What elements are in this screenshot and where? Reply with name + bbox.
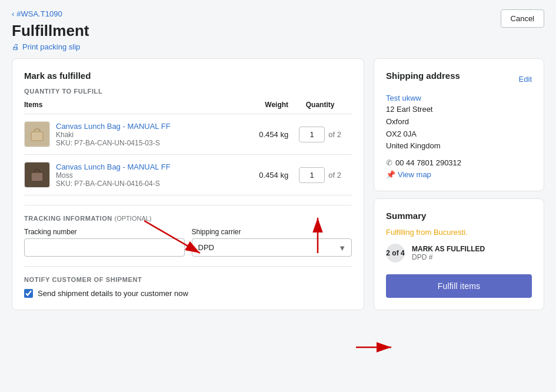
- address-postcode: OX2 0JA: [386, 128, 532, 141]
- summary-sub-label: DPD #: [412, 253, 485, 261]
- tracking-section: TRACKING INFORMATION (OPTIONAL) Tracking…: [24, 215, 352, 257]
- qty-input-1[interactable]: [299, 167, 325, 183]
- item-image-0: [24, 121, 50, 147]
- item-name-0[interactable]: Canvas Lunch Bag - MANUAL FF: [56, 122, 171, 131]
- item-variant-1: Moss: [56, 171, 171, 180]
- count-badge: 2 of 4: [386, 244, 405, 263]
- item-weight-1: 0.454 kg: [244, 155, 288, 195]
- tracking-number-input[interactable]: [24, 238, 185, 257]
- address-city: Oxford: [386, 116, 532, 128]
- shipping-carrier-select-wrapper: DPDUPSFedExDHLRoyal MailOther ▼: [192, 238, 352, 257]
- item-details-1: Canvas Lunch Bag - MANUAL FF Moss SKU: P…: [56, 162, 171, 188]
- notify-section-label: NOTIFY CUSTOMER OF SHIPMENT: [24, 276, 352, 283]
- fulfilling-from-text: Fulfilling from Bucuresti.: [386, 228, 532, 237]
- notify-checkbox[interactable]: [24, 289, 33, 298]
- notify-checkbox-label: Send shipment details to your customer n…: [38, 289, 188, 298]
- col-items: Items: [24, 101, 244, 114]
- address-lines: 12 Earl Street Oxford OX2 0JA United Kin…: [386, 104, 532, 152]
- item-image-1: [24, 162, 50, 188]
- item-qty-cell-1: of 2: [288, 155, 352, 195]
- phone-row: ✆ 00 44 7801 290312: [386, 158, 532, 167]
- shipping-address-title: Shipping address: [386, 71, 460, 81]
- tracking-section-label: TRACKING INFORMATION (OPTIONAL): [24, 215, 352, 222]
- shipping-carrier-group: Shipping carrier DPDUPSFedExDHLRoyal Mai…: [192, 228, 352, 257]
- table-row: Canvas Lunch Bag - MANUAL FF Moss SKU: P…: [24, 155, 352, 195]
- fulfill-items-button[interactable]: Fulfill items: [386, 274, 532, 298]
- svg-rect-0: [31, 132, 43, 141]
- notify-section: NOTIFY CUSTOMER OF SHIPMENT Send shipmen…: [24, 276, 352, 298]
- page-title: Fulfillment: [12, 22, 89, 40]
- item-name-1[interactable]: Canvas Lunch Bag - MANUAL FF: [56, 162, 171, 171]
- tracking-number-group: Tracking number: [24, 228, 185, 257]
- chevron-left-icon: ‹: [12, 9, 14, 18]
- summary-action-label: MARK AS FULFILLED: [412, 245, 485, 253]
- summary-info: MARK AS FULFILLED DPD #: [412, 245, 485, 261]
- tracking-number-label: Tracking number: [24, 228, 185, 236]
- cancel-button[interactable]: Cancel: [501, 9, 544, 28]
- col-quantity: Quantity: [288, 101, 352, 114]
- qty-of-0: of 2: [328, 130, 341, 139]
- shipping-carrier-select[interactable]: DPDUPSFedExDHLRoyal MailOther: [192, 238, 352, 257]
- qty-input-0[interactable]: [299, 127, 325, 142]
- items-table: Items Weight Quantity: [24, 101, 352, 195]
- summary-card: Summary Fulfilling from Bucuresti. 2 of …: [374, 198, 544, 310]
- item-sku-0: SKU: P7-BA-CAN-UN-0415-03-S: [56, 139, 171, 147]
- edit-address-link[interactable]: Edit: [519, 75, 532, 84]
- printer-icon: 🖨: [12, 42, 19, 51]
- address-country: United Kingdom: [386, 140, 532, 152]
- address-street: 12 Earl Street: [386, 104, 532, 116]
- summary-title: Summary: [386, 211, 532, 221]
- phone-number: 00 44 7801 290312: [395, 158, 461, 167]
- item-weight-0: 0.454 kg: [244, 114, 288, 155]
- item-details-0: Canvas Lunch Bag - MANUAL FF Khaki SKU: …: [56, 122, 171, 147]
- back-link[interactable]: ‹ #WSA.T1090: [12, 9, 62, 18]
- table-row: Canvas Lunch Bag - MANUAL FF Khaki SKU: …: [24, 114, 352, 155]
- notify-checkbox-row: Send shipment details to your customer n…: [24, 289, 352, 298]
- svg-rect-1: [31, 172, 43, 181]
- col-weight: Weight: [244, 101, 288, 114]
- item-sku-1: SKU: P7-BA-CAN-UN-0416-04-S: [56, 180, 171, 188]
- print-packing-slip-link[interactable]: 🖨 Print packing slip: [12, 42, 80, 51]
- qty-of-1: of 2: [328, 171, 341, 180]
- quantity-section-label: QUANTITY TO FULFILL: [24, 88, 352, 95]
- address-name: Test ukww: [386, 94, 532, 102]
- card-title: Mark as fulfilled: [24, 71, 352, 81]
- view-map-link[interactable]: 📌 View map: [386, 170, 431, 179]
- shipping-address-card: Shipping address Edit Test ukww 12 Earl …: [374, 58, 544, 191]
- phone-icon: ✆: [386, 158, 392, 167]
- summary-row: 2 of 4 MARK AS FULFILLED DPD #: [386, 244, 532, 263]
- item-variant-0: Khaki: [56, 131, 171, 139]
- shipping-carrier-label: Shipping carrier: [192, 228, 352, 236]
- map-icon: 📌: [386, 170, 395, 179]
- item-qty-cell-0: of 2: [288, 114, 352, 155]
